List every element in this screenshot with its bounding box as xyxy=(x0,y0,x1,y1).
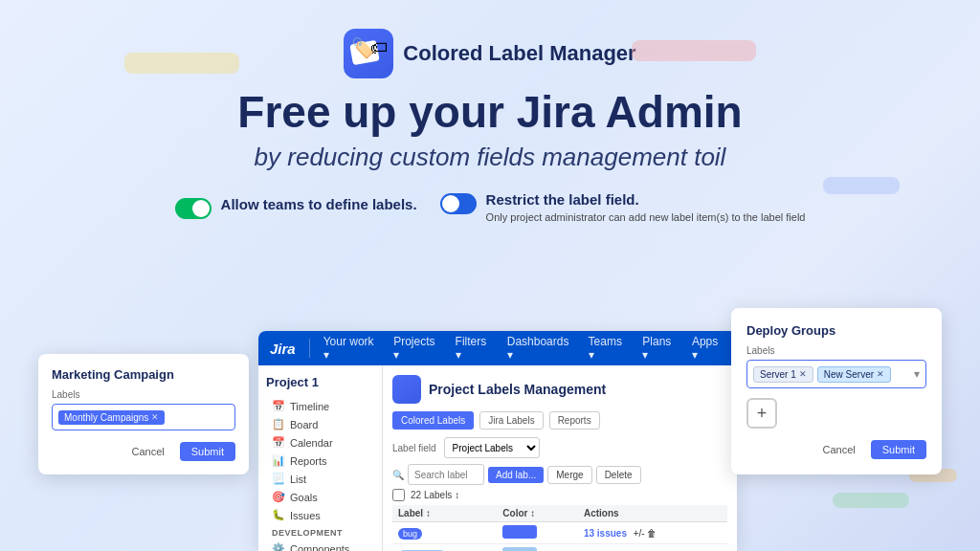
sub-headline: by reducing custom fields management toi… xyxy=(0,143,980,172)
sidebar-section-development: DEVELOPMENT xyxy=(266,524,374,540)
marketing-cancel-button[interactable]: Cancel xyxy=(124,442,172,461)
tag-new-server: New Server ✕ xyxy=(817,366,891,383)
jira-label-field-row: Label field Project Labels xyxy=(392,437,727,458)
col-header-actions: Actions xyxy=(578,505,727,522)
sidebar-item-goals[interactable]: 🎯 Goals xyxy=(266,488,374,506)
jira-project-title: Project 1 xyxy=(266,373,374,391)
color-cell-2 xyxy=(497,544,578,552)
card-deploy-title: Deploy Groups xyxy=(746,323,926,338)
jira-content-area: Project 1 📅 Timeline 📋 Board 📅 Calendar … xyxy=(258,365,737,551)
tag-remove-icon[interactable]: ✕ xyxy=(151,412,159,422)
deploy-add-button[interactable]: + xyxy=(746,398,777,429)
card-marketing-tag-input[interactable]: Monthly Campaigns ✕ xyxy=(52,404,235,430)
deco-bar-yellow xyxy=(124,53,239,74)
app-icon: 🏷️ xyxy=(344,29,393,78)
marketing-submit-button[interactable]: Submit xyxy=(180,442,235,461)
toggle-knob-allow xyxy=(192,200,210,217)
card-marketing-title: Marketing Campaign xyxy=(52,367,235,382)
jira-panel: Jira Your work ▾ Projects ▾ Filters ▾ Da… xyxy=(258,331,737,551)
feature-restrict-text: Restrict the label field. Only project a… xyxy=(486,191,806,225)
deploy-submit-button[interactable]: Submit xyxy=(871,440,926,459)
card-deploy-field-label: Labels xyxy=(746,345,926,356)
tag-new-server-remove[interactable]: ✕ xyxy=(877,369,884,379)
jira-nav-plans[interactable]: Plans ▾ xyxy=(642,335,679,362)
tag-monthly-campaigns: Monthly Campaigns ✕ xyxy=(58,410,165,425)
toggle-knob-restrict xyxy=(442,195,459,212)
sidebar-item-list[interactable]: 📃 List xyxy=(266,470,374,488)
jira-nav-divider xyxy=(309,339,310,358)
app-logo: 🏷️ Colored Label Manager xyxy=(344,29,635,78)
card-marketing-footer: Cancel Submit xyxy=(52,442,235,461)
jira-field-label: Label field xyxy=(392,443,436,453)
app-name: Colored Label Manager xyxy=(403,42,635,65)
label-cell-lightblue: Light Blue xyxy=(392,544,497,552)
tag-server1: Server 1 ✕ xyxy=(753,366,813,383)
jira-nav-your-work[interactable]: Your work ▾ xyxy=(323,335,381,362)
jira-app-name: Project Labels Management xyxy=(429,382,606,397)
card-deploy: Deploy Groups Labels Server 1 ✕ New Serv… xyxy=(731,308,942,474)
select-all-checkbox[interactable] xyxy=(392,489,405,501)
jira-nav-filters[interactable]: Filters ▾ xyxy=(456,335,494,362)
actions-cell-1: 13 issues +/- 🗑 xyxy=(578,522,727,544)
feature-allow: Allow teams to define labels. xyxy=(175,196,417,219)
jira-issues-count-1: 13 issues xyxy=(584,528,627,539)
jira-navbar: Jira Your work ▾ Projects ▾ Filters ▾ Da… xyxy=(258,331,737,365)
jira-app-icon xyxy=(392,375,421,404)
page-header: 🏷️ Colored Label Manager Free up your Ji… xyxy=(0,0,980,172)
tab-reports[interactable]: Reports xyxy=(549,411,600,430)
jira-search-input[interactable] xyxy=(408,464,484,485)
jira-logo: Jira xyxy=(270,341,296,357)
sidebar-item-board[interactable]: 📋 Board xyxy=(266,415,374,433)
deco-bar-blue xyxy=(823,177,900,194)
card-deploy-tag-input[interactable]: Server 1 ✕ New Server ✕ ▾ xyxy=(746,360,926,388)
toggle-allow[interactable] xyxy=(175,198,212,219)
sidebar-item-issues[interactable]: 🐛 Issues xyxy=(266,506,374,524)
table-row: bug 13 issues +/- 🗑 xyxy=(392,522,727,544)
deploy-dropdown-chevron[interactable]: ▾ xyxy=(914,367,920,381)
jira-nav-projects[interactable]: Projects ▾ xyxy=(393,335,441,362)
sidebar-item-timeline[interactable]: 📅 Timeline xyxy=(266,397,374,415)
jira-labels-count: 22 Labels ↕ xyxy=(411,490,459,500)
sidebar-item-reports[interactable]: 📊 Reports xyxy=(266,452,374,470)
table-row: Light Blue 8 issues +/- 🗑 xyxy=(392,544,727,552)
color-cell-1 xyxy=(497,522,578,544)
jira-merge-button[interactable]: Merge xyxy=(547,466,591,484)
card-deploy-footer: Cancel Submit xyxy=(746,440,926,459)
jira-tabs: Colored Labels Jira Labels Reports xyxy=(392,411,727,430)
jira-actions-1[interactable]: +/- 🗑 xyxy=(634,528,657,539)
card-marketing: Marketing Campaign Labels Monthly Campai… xyxy=(38,354,249,474)
jira-main-content: Project Labels Management Colored Labels… xyxy=(383,365,737,551)
jira-search-row: 🔍 Add lab... Merge Delete xyxy=(392,464,727,485)
card-marketing-field-label: Labels xyxy=(52,389,235,400)
jira-nav-apps[interactable]: Apps ▾ xyxy=(692,335,725,362)
jira-app-header: Project Labels Management xyxy=(392,375,727,404)
deco-bar-pink xyxy=(632,40,756,61)
jira-sidebar: Project 1 📅 Timeline 📋 Board 📅 Calendar … xyxy=(258,365,383,551)
col-header-color: Color ↕ xyxy=(497,505,578,522)
jira-nav-dashboards[interactable]: Dashboards ▾ xyxy=(507,335,575,362)
jira-field-select[interactable]: Project Labels xyxy=(444,437,540,458)
feature-allow-text: Allow teams to define labels. xyxy=(221,196,417,212)
tab-colored-labels[interactable]: Colored Labels xyxy=(392,411,474,430)
jira-labels-count-row: 22 Labels ↕ xyxy=(392,489,727,501)
actions-cell-2: 8 issues +/- 🗑 xyxy=(578,544,727,552)
sidebar-item-calendar[interactable]: 📅 Calendar xyxy=(266,433,374,452)
feature-restrict: Restrict the label field. Only project a… xyxy=(440,191,806,225)
jira-add-label-button[interactable]: Add lab... xyxy=(488,467,544,483)
jira-labels-table: Label ↕ Color ↕ Actions bug 13 issues +/… xyxy=(392,505,727,551)
tag-server1-remove[interactable]: ✕ xyxy=(799,369,807,379)
app-title-block: Colored Label Manager xyxy=(403,42,635,65)
toggle-restrict[interactable] xyxy=(440,193,477,214)
jira-nav-teams[interactable]: Teams ▾ xyxy=(589,335,630,362)
features-row: Allow teams to define labels. Restrict t… xyxy=(0,191,980,225)
deco-bar-green xyxy=(833,493,909,508)
label-cell-bug: bug xyxy=(392,522,497,544)
col-header-label: Label ↕ xyxy=(392,505,497,522)
deploy-cancel-button[interactable]: Cancel xyxy=(815,440,863,459)
tab-jira-labels[interactable]: Jira Labels xyxy=(479,411,543,430)
main-headline: Free up your Jira Admin xyxy=(0,88,980,137)
sidebar-item-components[interactable]: ⚙️ Components xyxy=(266,540,374,551)
jira-delete-button[interactable]: Delete xyxy=(596,466,641,484)
